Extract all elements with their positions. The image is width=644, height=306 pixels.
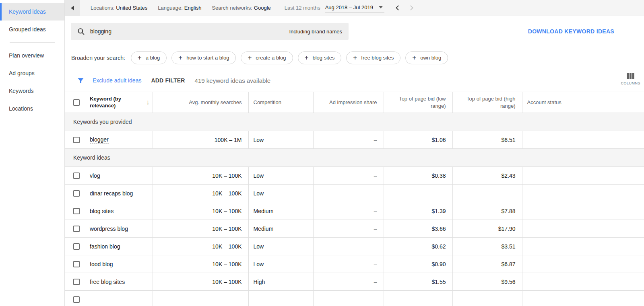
keyword-text[interactable]: blogger	[90, 136, 109, 144]
keyword-text[interactable]: free blog sites	[90, 279, 125, 285]
row-checkbox[interactable]	[73, 190, 80, 197]
search-section: blogging Including brand names DOWNLOAD …	[65, 16, 644, 47]
empty-value-dash: –	[512, 190, 516, 197]
brand-names-note: Including brand names	[289, 29, 342, 35]
keyword-text[interactable]: fashion blog	[90, 243, 120, 250]
bid-high-cell: $17.90	[452, 220, 522, 238]
chip-label: blog sites	[312, 55, 334, 61]
keyword-text[interactable]: blog sites	[90, 208, 114, 214]
bid-low-cell: $1.55	[384, 273, 452, 291]
searches-cell: 10K – 100K	[153, 202, 248, 220]
column-header-competition[interactable]: Competition	[248, 92, 313, 113]
section-title: Keyword ideas	[65, 149, 644, 167]
account-status-cell	[522, 131, 644, 149]
empty-value-dash: –	[374, 226, 377, 232]
sidebar-item-locations[interactable]: Locations	[0, 100, 64, 117]
sort-descending-icon[interactable]: ↓	[146, 99, 150, 107]
broaden-chip-free-blog-sites[interactable]: +free blog sites	[346, 51, 400, 64]
row-checkbox[interactable]	[73, 296, 80, 303]
sidebar-item-label: Keyword ideas	[9, 8, 46, 15]
row-checkbox[interactable]	[73, 279, 80, 285]
column-header-bid-low[interactable]: Top of page bid (low range)	[384, 92, 452, 113]
columns-button[interactable]: COLUMNS	[621, 73, 640, 85]
row-checkbox[interactable]	[73, 226, 80, 232]
account-status-cell	[522, 202, 644, 220]
table-row: blog sites10K – 100KMedium–$1.39$7.88	[65, 202, 644, 220]
sidebar-item-ad-groups[interactable]: Ad groups	[0, 64, 64, 82]
sidebar-divider	[10, 42, 55, 43]
keyword-planner-app: Keyword ideasGrouped ideasPlan overviewA…	[0, 0, 644, 306]
column-header-searches[interactable]: Avg. monthly searches	[153, 92, 248, 113]
exclude-adult-ideas-link[interactable]: Exclude adult ideas	[93, 77, 141, 84]
topbar-setting-language[interactable]: Language:English	[158, 5, 201, 11]
sidebar-item-keyword-ideas[interactable]: Keyword ideas	[0, 3, 64, 21]
bid-high-cell: $3.51	[452, 238, 522, 255]
impression-share-cell: –	[313, 220, 384, 238]
keyword-cell: blog sites	[65, 202, 153, 220]
bid-low-cell: $0.38	[384, 167, 452, 185]
column-header-bid-high[interactable]: Top of page bid (high range)	[452, 92, 522, 113]
searches-cell: 100K – 1M	[153, 131, 248, 149]
impression-share-cell: –	[313, 131, 384, 149]
bid-low-cell: $0.90	[384, 255, 452, 273]
chip-label: create a blog	[256, 55, 286, 61]
date-range-dropdown[interactable]: Aug 2018 – Jul 2019	[325, 4, 384, 12]
sidebar-item-grouped-ideas[interactable]: Grouped ideas	[0, 21, 64, 38]
bid-low-cell: $0.62	[384, 238, 452, 255]
row-checkbox[interactable]	[73, 173, 80, 179]
broaden-chip-create-a-blog[interactable]: +create a blog	[241, 51, 293, 64]
next-period-button[interactable]	[408, 5, 413, 10]
column-header-account-status[interactable]: Account status	[522, 92, 644, 113]
competition-cell: Low	[248, 255, 313, 273]
bid-high-cell: $2.43	[452, 167, 522, 185]
keyword-text[interactable]: wordpress blog	[90, 226, 128, 232]
keyword-count-text: 419 keyword ideas available	[195, 77, 270, 84]
searches-cell: 10K – 100K	[153, 220, 248, 238]
plus-icon: +	[178, 54, 182, 61]
plus-icon: +	[305, 54, 309, 61]
competition-cell: Medium	[248, 202, 313, 220]
filter-funnel-icon[interactable]	[77, 77, 85, 84]
sidebar-item-keywords[interactable]: Keywords	[0, 82, 64, 100]
row-checkbox[interactable]	[73, 261, 80, 267]
impression-share-cell: –	[313, 185, 384, 202]
row-checkbox[interactable]	[73, 243, 80, 250]
searches-cell	[153, 291, 248, 306]
table-row: vlog10K – 100KLow–$0.38$2.43	[65, 167, 644, 185]
column-header-impression-share[interactable]: Ad impression share	[313, 92, 384, 113]
empty-value-dash: –	[374, 279, 377, 285]
empty-value-dash: –	[374, 137, 377, 143]
broaden-chip-a-blog[interactable]: +a blog	[131, 51, 167, 64]
keyword-text[interactable]: vlog	[90, 173, 100, 179]
topbar-setting-searchnetworks[interactable]: Search networks:Google	[212, 5, 270, 11]
sidebar-item-plan-overview[interactable]: Plan overview	[0, 47, 64, 64]
bid-high-cell: –	[452, 185, 522, 202]
keyword-search-input[interactable]: blogging Including brand names	[71, 23, 349, 40]
chip-label: own blog	[420, 55, 441, 61]
bid-high-cell	[452, 291, 522, 306]
columns-label: COLUMNS	[621, 81, 640, 85]
table-row: food blog10K – 100KLow–$0.90$6.87	[65, 255, 644, 273]
keyword-text[interactable]: food blog	[90, 261, 113, 267]
bid-low-cell	[384, 291, 452, 306]
table-row: dinar recaps blog10K – 100KLow–––	[65, 185, 644, 202]
column-header-keyword[interactable]: Keyword (by relevance)	[90, 96, 137, 109]
keyword-cell: free blog sites	[65, 273, 153, 291]
row-checkbox[interactable]	[73, 208, 80, 214]
account-status-cell	[522, 273, 644, 291]
row-checkbox[interactable]	[73, 137, 80, 143]
broaden-chip-own-blog[interactable]: +own blog	[405, 51, 448, 64]
keyword-text[interactable]: dinar recaps blog	[90, 190, 133, 197]
previous-period-button[interactable]	[396, 5, 401, 10]
select-all-checkbox[interactable]	[73, 99, 80, 106]
section-header-row: Keyword ideas	[65, 149, 644, 167]
broaden-chip-blog-sites[interactable]: +blog sites	[298, 51, 342, 64]
broaden-chip-how-to-start-a-blog[interactable]: +how to start a blog	[171, 51, 236, 64]
download-keyword-ideas-button[interactable]: DOWNLOAD KEYWORD IDEAS	[528, 28, 614, 35]
collapse-sidebar-button[interactable]	[65, 0, 80, 16]
topbar-setting-locations[interactable]: Locations:United States	[91, 5, 147, 11]
plus-icon: +	[248, 54, 252, 61]
search-icon	[77, 28, 85, 35]
add-filter-button[interactable]: ADD FILTER	[151, 77, 185, 84]
empty-value-dash: –	[374, 190, 377, 197]
